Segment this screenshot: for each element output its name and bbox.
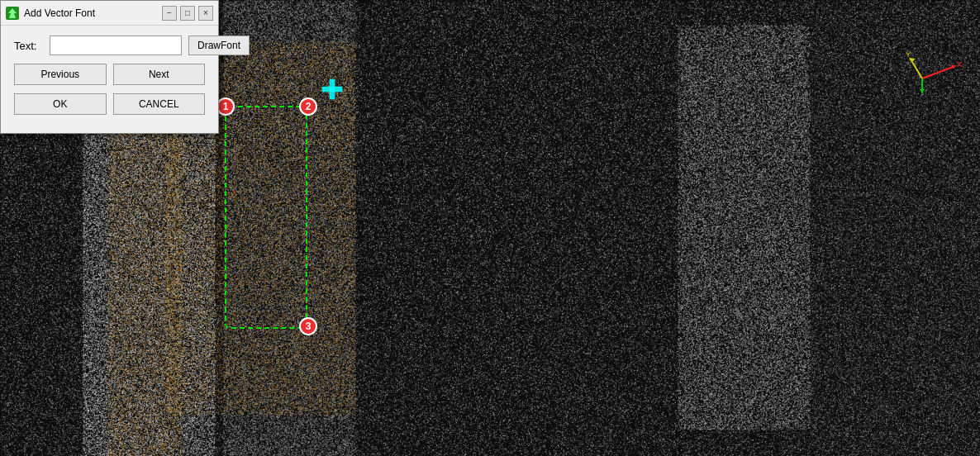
- dialog-titlebar: Add Vector Font − □ ×: [1, 1, 218, 26]
- axes-widget: X Y: [906, 45, 963, 95]
- drawfont-button[interactable]: DrawFont: [188, 36, 250, 55]
- svg-marker-11: [920, 89, 925, 93]
- dialog-content: Text: DrawFont Previous Next OK CANCEL: [1, 26, 218, 133]
- restore-button[interactable]: □: [180, 6, 195, 21]
- nav-row: Previous Next: [14, 64, 205, 85]
- svg-text:X: X: [957, 60, 962, 69]
- previous-button[interactable]: Previous: [14, 64, 107, 85]
- action-row: OK CANCEL: [14, 93, 205, 115]
- text-input[interactable]: [50, 36, 182, 55]
- minimize-button[interactable]: −: [162, 6, 177, 21]
- dialog-window: Add Vector Font − □ × Text: DrawFont Pre…: [0, 0, 219, 134]
- marker-3: 3: [299, 317, 317, 335]
- app-icon: [6, 7, 19, 20]
- next-button[interactable]: Next: [113, 64, 206, 85]
- svg-rect-1: [322, 87, 342, 92]
- selection-rectangle: [225, 106, 307, 329]
- marker-1: 1: [216, 97, 235, 116]
- svg-line-4: [922, 66, 955, 78]
- text-row: Text: DrawFont: [14, 36, 205, 55]
- close-button[interactable]: ×: [198, 6, 213, 21]
- dialog-title: Add Vector Font: [24, 7, 157, 19]
- titlebar-controls: − □ ×: [162, 6, 213, 21]
- svg-text:Y: Y: [906, 50, 911, 59]
- marker-2: 2: [299, 97, 317, 116]
- crosshair-icon: [321, 78, 344, 107]
- ok-button[interactable]: OK: [14, 93, 107, 115]
- cancel-button[interactable]: CANCEL: [113, 93, 206, 115]
- text-label: Text:: [14, 40, 43, 52]
